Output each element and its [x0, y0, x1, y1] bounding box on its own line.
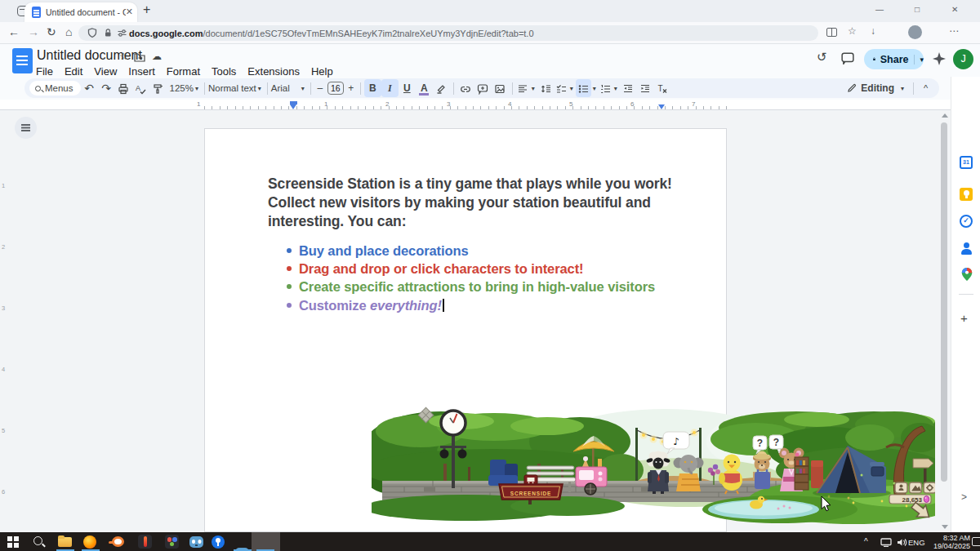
- menu-extensions[interactable]: Extensions: [242, 64, 305, 78]
- decrease-indent-button[interactable]: [620, 79, 637, 97]
- firefox-icon[interactable]: [83, 535, 96, 549]
- font-select[interactable]: Arial: [271, 83, 290, 93]
- cloud-status-icon[interactable]: ☁: [152, 51, 162, 62]
- pin-app-icon[interactable]: [212, 535, 225, 549]
- menu-view[interactable]: View: [88, 64, 122, 78]
- version-history-icon[interactable]: ↺: [817, 50, 827, 64]
- maps-icon[interactable]: [960, 268, 973, 281]
- speaker-icon[interactable]: [897, 538, 907, 547]
- favorites-star-icon[interactable]: ☆: [848, 25, 857, 37]
- editor-app-icon[interactable]: [138, 535, 152, 549]
- menu-edit[interactable]: Edit: [59, 64, 88, 78]
- style-caret-icon[interactable]: ▾: [258, 85, 261, 92]
- book-stand[interactable]: [795, 457, 808, 490]
- document-scrollbar[interactable]: [940, 112, 948, 532]
- numbered-list-button[interactable]: [599, 79, 612, 97]
- zoom-select[interactable]: 125%: [170, 83, 194, 93]
- downloads-icon[interactable]: ↓: [871, 25, 875, 37]
- bulleted-list-button[interactable]: [576, 79, 591, 97]
- paint-format-button[interactable]: [149, 79, 167, 97]
- comments-icon[interactable]: [841, 52, 854, 64]
- hide-menus-button[interactable]: ^: [917, 79, 934, 97]
- network-icon[interactable]: [880, 538, 892, 547]
- menu-insert[interactable]: Insert: [122, 64, 161, 78]
- scrollbar-thumb[interactable]: [941, 122, 947, 482]
- left-indent-marker[interactable]: [290, 104, 296, 109]
- text-color-button[interactable]: A: [416, 79, 433, 97]
- spell-check-button[interactable]: A: [132, 79, 149, 97]
- pond[interactable]: [708, 500, 819, 519]
- tasks-icon[interactable]: ✓: [960, 215, 973, 228]
- menu-tools[interactable]: Tools: [206, 64, 242, 78]
- share-button[interactable]: Share ▾: [864, 49, 924, 69]
- first-line-indent-marker[interactable]: [290, 101, 297, 104]
- align-button[interactable]: [516, 79, 530, 97]
- split-screen-icon[interactable]: [826, 28, 837, 37]
- editing-mode-select[interactable]: Editing ▾: [847, 82, 906, 94]
- decrease-font-size-button[interactable]: –: [314, 79, 326, 97]
- visitors-button[interactable]: [895, 482, 907, 493]
- scroll-up-icon[interactable]: [942, 113, 948, 118]
- sheep-character[interactable]: [646, 451, 670, 495]
- panel-collapse-icon[interactable]: >: [961, 491, 967, 503]
- font-caret-icon[interactable]: ▾: [301, 85, 305, 92]
- new-tab-button[interactable]: +: [143, 2, 150, 17]
- right-indent-marker[interactable]: [658, 104, 665, 109]
- italic-button[interactable]: I: [381, 79, 399, 97]
- vertical-ruler[interactable]: 1 2 3 4 5 6: [0, 110, 8, 532]
- browser-tab[interactable]: Untitled document - Google Do ✕: [24, 2, 137, 22]
- redo-button[interactable]: ↷: [98, 79, 115, 97]
- menu-format[interactable]: Format: [161, 64, 206, 78]
- paragraph-style-select[interactable]: Normal text: [208, 83, 256, 93]
- checklist-button[interactable]: [555, 79, 568, 97]
- reload-button[interactable]: ↻: [47, 25, 56, 38]
- checklist-caret-icon[interactable]: ▾: [570, 85, 573, 92]
- red-seat[interactable]: [811, 460, 823, 488]
- underline-button[interactable]: U: [399, 79, 416, 97]
- keep-icon[interactable]: [960, 188, 973, 201]
- blender-icon[interactable]: [112, 536, 124, 547]
- insert-link-button[interactable]: [457, 79, 474, 97]
- move-to-folder-icon[interactable]: [134, 52, 145, 62]
- contacts-icon[interactable]: [960, 242, 973, 255]
- tab-close-icon[interactable]: ✕: [126, 7, 133, 17]
- tray-expand-icon[interactable]: ^: [864, 537, 868, 546]
- insert-image-button[interactable]: [492, 79, 509, 97]
- font-size-input[interactable]: 16: [327, 82, 344, 95]
- home-button[interactable]: ⌂: [65, 25, 72, 38]
- get-addons-button[interactable]: +: [960, 311, 968, 325]
- print-button[interactable]: [115, 79, 132, 97]
- tune-icon[interactable]: [117, 28, 127, 38]
- address-bar[interactable]: docs.google.com/document/d/1eSC75OfevTmE…: [78, 25, 818, 41]
- align-caret-icon[interactable]: ▾: [532, 85, 535, 92]
- start-button[interactable]: [7, 536, 19, 548]
- clock[interactable]: 8:32 AM 19/04/2025: [928, 534, 970, 550]
- gemini-sparkle-icon[interactable]: [933, 52, 946, 65]
- back-button[interactable]: ←: [8, 25, 20, 38]
- forward-button[interactable]: →: [28, 25, 39, 38]
- calendar-icon[interactable]: 31: [960, 156, 973, 169]
- notification-center-icon[interactable]: [972, 537, 980, 546]
- zoom-caret-icon[interactable]: ▾: [195, 85, 198, 92]
- line-spacing-button[interactable]: [537, 79, 555, 97]
- add-comment-button[interactable]: [474, 79, 492, 97]
- numbered-list-caret-icon[interactable]: ▾: [614, 85, 617, 92]
- screenside-station-game[interactable]: SCREENSIDE: [372, 405, 935, 529]
- doc-tabs-button[interactable]: [15, 117, 37, 139]
- toolbar-search-menus[interactable]: Menus: [29, 81, 81, 96]
- lock-icon[interactable]: [103, 28, 113, 38]
- menu-help[interactable]: Help: [305, 64, 339, 78]
- browser-menu-icon[interactable]: ⋯: [949, 25, 959, 37]
- tracking-shield-icon[interactable]: [87, 28, 97, 38]
- attractions-button[interactable]: [910, 482, 922, 493]
- window-close-button[interactable]: ✕: [951, 5, 958, 14]
- star-document-icon[interactable]: ☆: [119, 51, 128, 62]
- godot-app-icon[interactable]: [189, 536, 203, 548]
- increase-font-size-button[interactable]: +: [345, 79, 357, 97]
- menu-file[interactable]: File: [30, 64, 59, 78]
- taskbar-search-icon[interactable]: [33, 536, 42, 545]
- window-minimize-button[interactable]: —: [875, 5, 884, 14]
- bold-button[interactable]: B: [364, 79, 381, 97]
- highlight-button[interactable]: [433, 79, 450, 97]
- horizontal-ruler[interactable]: 1 1 2 3 4 5 6 7: [0, 100, 951, 110]
